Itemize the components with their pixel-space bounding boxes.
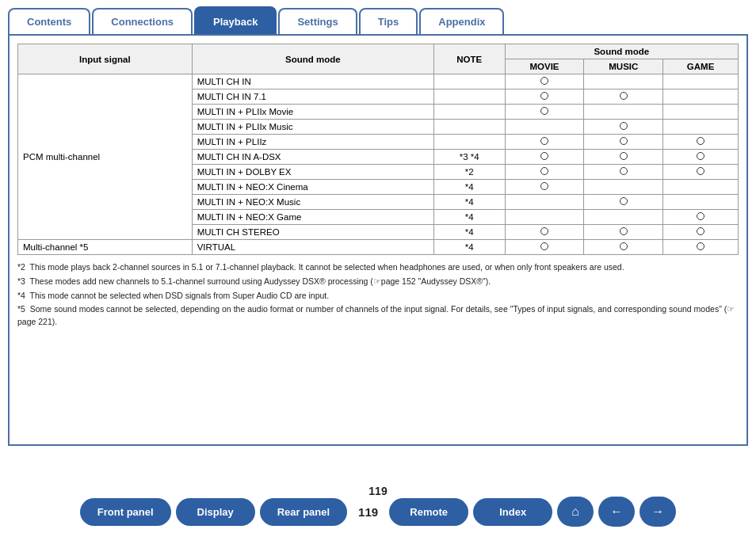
forward-button[interactable]: → — [640, 497, 676, 527]
game-cell — [663, 150, 739, 165]
circle-icon — [540, 227, 548, 235]
front-panel-button[interactable]: Front panel — [80, 498, 171, 526]
circle-icon — [697, 152, 704, 160]
note-cell — [433, 89, 505, 105]
movie-cell — [505, 135, 584, 150]
note-cell — [433, 120, 505, 135]
sound-mode-cell: MULTI CH IN 7.1 — [192, 89, 433, 105]
circle-icon — [540, 77, 548, 85]
game-cell — [663, 240, 739, 255]
footnote-3: *3 These modes add new channels to 5.1-c… — [17, 276, 739, 288]
circle-icon — [620, 242, 628, 250]
note-cell — [433, 74, 505, 89]
col-input-signal: Input signal — [18, 44, 193, 74]
sound-mode-cell: MULTI IN + PLIIz — [192, 135, 433, 150]
game-cell — [663, 180, 739, 195]
movie-cell — [505, 150, 584, 165]
music-cell — [584, 195, 663, 210]
home-button[interactable]: ⌂ — [557, 497, 594, 527]
multi-channel-label: Multi-channel *5 — [18, 240, 193, 255]
circle-icon — [540, 242, 548, 250]
note-cell: *4 — [433, 180, 505, 195]
footnote-text: This mode cannot be selected when DSD si… — [30, 291, 330, 300]
footnote-text: Some sound modes cannot be selected, dep… — [17, 304, 735, 326]
movie-cell — [505, 225, 584, 240]
col-sound-mode: Sound mode — [192, 44, 433, 74]
circle-icon — [697, 212, 704, 220]
sound-mode-cell: MULTI IN + NEO:X Game — [192, 210, 433, 225]
music-cell — [584, 105, 663, 120]
sound-mode-cell: MULTI CH IN A-DSX — [192, 150, 433, 165]
movie-cell — [505, 89, 584, 105]
tab-playback[interactable]: Playback — [194, 6, 277, 34]
sound-mode-cell: MULTI IN + DOLBY EX — [192, 165, 433, 180]
circle-icon — [620, 227, 628, 235]
music-cell — [584, 120, 663, 135]
col-sound-mode-group: Sound mode — [505, 44, 738, 59]
tab-tips[interactable]: Tips — [359, 8, 418, 34]
game-cell — [663, 135, 739, 150]
note-cell: *2 — [433, 165, 505, 180]
tab-appendix[interactable]: Appendix — [419, 8, 504, 34]
table-header-row-1: Input signal Sound mode NOTE Sound mode — [18, 44, 739, 59]
circle-icon — [540, 167, 548, 175]
footnote-marker: *5 — [17, 304, 25, 314]
note-cell: *4 — [433, 225, 505, 240]
remote-button[interactable]: Remote — [389, 498, 468, 526]
game-cell — [663, 195, 739, 210]
footnotes: *2 This mode plays back 2-channel source… — [17, 261, 739, 329]
music-cell — [584, 225, 663, 240]
display-button[interactable]: Display — [176, 498, 255, 526]
music-cell — [584, 210, 663, 225]
game-cell — [663, 165, 739, 180]
music-cell — [584, 165, 663, 180]
circle-icon — [540, 137, 548, 145]
index-button[interactable]: Index — [473, 498, 552, 526]
table-row: PCM multi-channel MULTI CH IN — [18, 74, 739, 89]
sound-mode-cell: MULTI CH IN — [192, 74, 433, 89]
footnote-marker: *4 — [17, 291, 25, 300]
music-cell — [584, 240, 663, 255]
circle-icon — [620, 167, 628, 175]
footnote-5: *5 Some sound modes cannot be selected, … — [17, 303, 739, 329]
circle-icon — [620, 152, 628, 160]
circle-icon — [620, 137, 628, 145]
col-movie: MOVIE — [505, 59, 584, 74]
tab-contents[interactable]: Contents — [8, 8, 90, 34]
rear-panel-button[interactable]: Rear panel — [260, 498, 347, 526]
circle-icon — [697, 242, 704, 250]
footnote-2: *2 This mode plays back 2-channel source… — [17, 261, 739, 274]
circle-icon — [620, 92, 628, 100]
footnote-marker: *3 — [17, 276, 25, 286]
footnote-text: This mode plays back 2-channel sources i… — [30, 262, 624, 272]
circle-icon — [697, 167, 704, 175]
circle-icon — [620, 197, 628, 205]
game-cell — [663, 74, 739, 89]
sound-mode-cell: MULTI IN + PLIIx Music — [192, 120, 433, 135]
circle-icon — [697, 227, 704, 235]
game-cell — [663, 89, 739, 105]
nav-tabs: Contents Connections Playback Settings T… — [0, 0, 756, 34]
page-number: 119 — [368, 485, 387, 497]
note-cell — [433, 135, 505, 150]
circle-icon — [540, 107, 548, 115]
music-cell — [584, 89, 663, 105]
main-content: Input signal Sound mode NOTE Sound mode … — [8, 34, 748, 446]
bottom-nav: Front panel Display Rear panel 119 Remot… — [0, 497, 756, 527]
back-button[interactable]: ← — [598, 497, 635, 527]
footnote-4: *4 This mode cannot be selected when DSD… — [17, 290, 739, 303]
movie-cell — [505, 165, 584, 180]
note-cell — [433, 105, 505, 120]
circle-icon — [540, 92, 548, 100]
note-cell: *4 — [433, 195, 505, 210]
music-cell — [584, 135, 663, 150]
tab-settings[interactable]: Settings — [278, 8, 357, 34]
movie-cell — [505, 180, 584, 195]
movie-cell — [505, 74, 584, 89]
page-number-center: 119 — [358, 505, 378, 519]
movie-cell — [505, 240, 584, 255]
music-cell — [584, 180, 663, 195]
tab-connections[interactable]: Connections — [92, 8, 193, 34]
music-cell — [584, 150, 663, 165]
game-cell — [663, 225, 739, 240]
